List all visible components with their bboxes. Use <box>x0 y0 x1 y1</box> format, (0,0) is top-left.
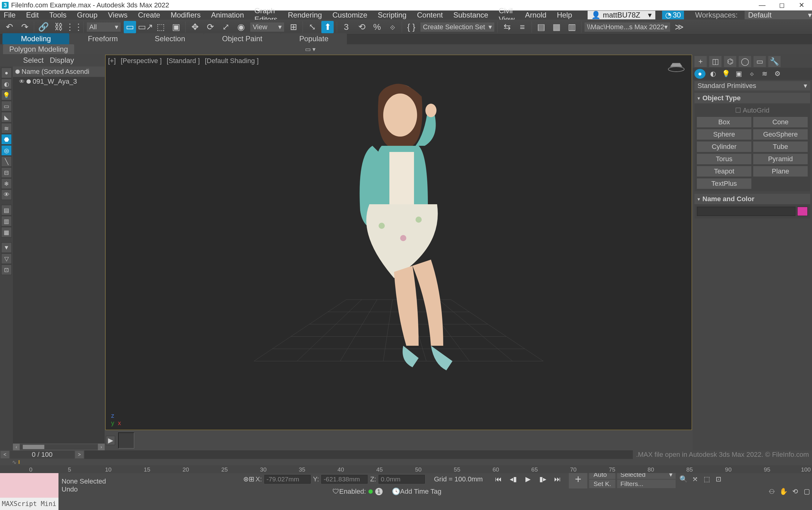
timeline-ruler[interactable]: 0510152025303540455055606570758085909510… <box>0 465 812 473</box>
zoom-extents-all-icon[interactable]: ⊡ <box>713 475 724 484</box>
toolbar-spacewarps-filter-icon[interactable]: ≋ <box>1 123 12 133</box>
toolbar-funnel1-icon[interactable]: ▼ <box>1 242 12 253</box>
lock-selection-icon[interactable]: ⊛ <box>243 475 249 483</box>
select-by-name-button[interactable]: ▭↗ <box>139 21 151 33</box>
systems-category-button[interactable]: ⚙ <box>772 69 783 79</box>
viewport-expand-button[interactable]: ▶ <box>106 436 115 445</box>
modify-tab-button[interactable]: ◫ <box>709 56 722 67</box>
menu-item-content[interactable]: Content <box>415 10 445 20</box>
scroll-right-button[interactable]: › <box>98 444 105 450</box>
create-tab-button[interactable]: + <box>694 56 707 67</box>
bind-spacewarp-button[interactable]: ⋮⋮ <box>68 21 80 33</box>
tree-horizontal-scrollbar[interactable]: ‹ › <box>13 444 105 450</box>
placement-button[interactable]: ◉ <box>235 21 247 33</box>
maxscript-mini-label[interactable]: MAXScript Mini <box>0 498 58 510</box>
coord-display-mode-icon[interactable]: ⊞ <box>249 475 254 483</box>
add-time-tag-label[interactable]: Add Time Tag <box>400 487 441 496</box>
toolbar-helpers-filter-icon[interactable]: ◣ <box>1 112 12 122</box>
ribbon-more-dropdown[interactable]: ▭ ▾ <box>305 46 316 53</box>
time-tag-icon[interactable]: 🕓 <box>392 487 400 496</box>
scene-tree[interactable]: Name (Sorted Ascendi 👁 091_W_Aya_3 ‹ › <box>13 66 105 450</box>
viewcube[interactable] <box>667 60 686 72</box>
selection-filter-dropdown[interactable]: All▾ <box>87 23 121 32</box>
undo-button[interactable]: ↶ <box>3 21 16 33</box>
menu-item-arnold[interactable]: Arnold <box>523 10 548 20</box>
snap-toggle-button[interactable]: 3 <box>340 21 352 33</box>
next-frame-button[interactable]: ▮▸ <box>536 474 549 484</box>
menu-item-edit[interactable]: Edit <box>24 10 40 20</box>
subtab-polygon-modeling[interactable]: Polygon Modeling <box>3 44 74 54</box>
lights-category-button[interactable]: 💡 <box>720 69 731 79</box>
menu-item-help[interactable]: Help <box>555 10 574 20</box>
ribbon-tab-modeling[interactable]: Modeling <box>2 33 69 44</box>
time-slider-handle[interactable]: 0 / 100 <box>10 451 75 459</box>
angle-snap-button[interactable]: ⟲ <box>355 21 368 33</box>
autogrid-checkbox[interactable]: ☐ AutoGrid <box>697 106 808 115</box>
move-button[interactable]: ✥ <box>189 21 201 33</box>
menu-item-tools[interactable]: Tools <box>48 10 68 20</box>
toolbar-sort1-icon[interactable]: ▤ <box>1 205 12 215</box>
goto-end-button[interactable]: ⏭ <box>551 474 564 484</box>
time-slider-left-button[interactable]: < <box>1 451 9 458</box>
primitive-box-button[interactable]: Box <box>697 117 751 127</box>
toolbar-xrefs-filter-icon[interactable]: ◎ <box>1 145 12 156</box>
unlink-button[interactable]: ⛓ <box>53 21 65 33</box>
primitive-pyramid-button[interactable]: Pyramid <box>753 154 808 164</box>
coord-x-field[interactable]: -79.027mm <box>264 475 311 484</box>
hierarchy-tab-button[interactable]: ⌬ <box>724 56 736 67</box>
menu-item-scripting[interactable]: Scripting <box>376 10 408 20</box>
maximize-button[interactable]: ◻ <box>773 0 790 10</box>
toggle-scene-explorer-button[interactable]: ▤ <box>535 21 547 33</box>
user-account-dropdown[interactable]: 👤mattBU78Z▾ <box>588 11 655 19</box>
toggle-layer-explorer-button[interactable]: ▦ <box>550 21 563 33</box>
primitive-torus-button[interactable]: Torus <box>697 154 751 164</box>
primitive-sphere-button[interactable]: Sphere <box>697 129 751 140</box>
toolbar-pin-icon[interactable]: ⊡ <box>1 265 12 275</box>
scale-button[interactable]: ⤢ <box>220 21 232 33</box>
zoom-all-icon[interactable]: ⤧ <box>690 475 700 484</box>
toolbar-sort3-icon[interactable]: ▦ <box>1 227 12 237</box>
toolbar-geometry-filter-icon[interactable]: ● <box>1 68 12 78</box>
menu-item-animation[interactable]: Animation <box>209 10 246 20</box>
menu-item-group[interactable]: Group <box>75 10 99 20</box>
rotate-button[interactable]: ⟳ <box>204 21 216 33</box>
time-slider-track[interactable] <box>84 450 633 459</box>
menu-item-file[interactable]: File <box>2 10 18 20</box>
primitive-cylinder-button[interactable]: Cylinder <box>697 142 751 152</box>
menu-item-customize[interactable]: Customize <box>330 10 369 20</box>
isolate-selection-icon[interactable]: 🛡 <box>332 487 339 496</box>
time-slider-right-button[interactable]: > <box>75 451 84 458</box>
viewport-perspective[interactable]: [+] [Perspective ] [Standard ] [Default … <box>105 55 692 430</box>
percent-snap-button[interactable]: % <box>371 21 383 33</box>
shapes-category-button[interactable]: ◐ <box>707 69 719 79</box>
create-selection-set-dropdown[interactable]: Create Selection Set▾ <box>420 23 494 32</box>
geometry-category-button[interactable]: ● <box>694 69 705 79</box>
minimize-button[interactable]: — <box>754 0 771 10</box>
window-crossing-button[interactable]: ▣ <box>170 21 182 33</box>
visibility-eye-icon[interactable]: 👁 <box>19 79 25 85</box>
link-button[interactable]: 🔗 <box>37 21 50 33</box>
primitive-type-dropdown[interactable]: Standard Primitives▾ <box>694 81 810 90</box>
menu-item-views[interactable]: Views <box>106 10 129 20</box>
motion-tab-button[interactable]: ◯ <box>739 56 751 67</box>
ribbon-tab-object-paint[interactable]: Object Paint <box>204 33 281 44</box>
maxscript-listener[interactable] <box>0 473 58 498</box>
orbit-icon[interactable]: ⟲ <box>790 487 800 496</box>
spacewarps-category-button[interactable]: ≋ <box>759 69 770 79</box>
tree-item[interactable]: 👁 091_W_Aya_3 <box>13 77 105 86</box>
manipulate-button[interactable]: ⤡ <box>306 21 318 33</box>
left-tab-select[interactable]: Select <box>23 56 44 65</box>
primitive-tube-button[interactable]: Tube <box>753 142 808 152</box>
toolbar-overflow-button[interactable]: ≫ <box>673 21 686 33</box>
redo-button[interactable]: ↷ <box>19 21 31 33</box>
menu-item-modifiers[interactable]: Modifiers <box>169 10 202 20</box>
toolbar-cameras-filter-icon[interactable]: ▭ <box>1 101 12 111</box>
primitive-cone-button[interactable]: Cone <box>753 117 808 127</box>
object-name-input[interactable] <box>697 207 795 216</box>
ribbon-tab-populate[interactable]: Populate <box>281 33 347 44</box>
mirror-button[interactable]: ⇆ <box>501 21 513 33</box>
select-object-button[interactable]: ▭ <box>124 21 136 33</box>
helpers-category-button[interactable]: ⟐ <box>746 69 757 79</box>
toolbar-hidden-filter-icon[interactable]: 👁 <box>1 189 12 200</box>
workspace-dropdown[interactable]: Default▾ <box>745 11 812 19</box>
